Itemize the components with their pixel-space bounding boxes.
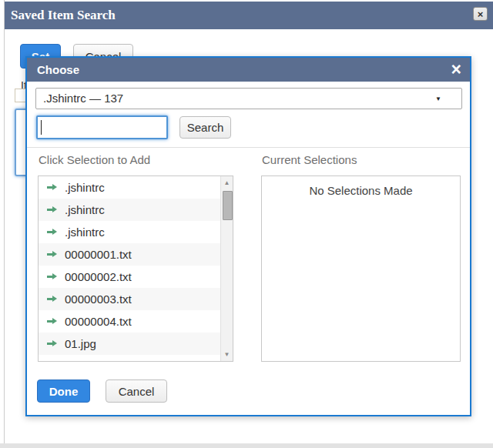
add-arrow-icon [47,296,57,303]
saved-item-search-titlebar: Saved Item Search × [5,2,493,29]
screen: Saved Item Search × Set Cancel Item Choo… [0,0,493,448]
add-arrow-icon [47,273,57,280]
text-cursor [41,120,42,135]
list-item-label: .jshintrc [65,181,105,194]
selection-list: .jshintrc .jshintrc .jshintrc 00000001.t… [38,176,233,362]
list-item[interactable]: 00000001.txt [39,243,220,266]
chevron-down-icon: ▼ [435,95,441,102]
scrollbar-thumb[interactable] [223,191,233,220]
empty-selections-message: No Selections Made [262,184,460,197]
modal-cancel-button[interactable]: Cancel [106,379,167,403]
scroll-up-icon[interactable]: ▲ [221,179,233,186]
list-item-label: .jshintrc [65,203,105,216]
list-item[interactable]: 00000004.txt [39,310,220,333]
list-item-label: 00000004.txt [65,315,132,328]
add-arrow-icon [47,184,57,191]
search-button[interactable]: Search [179,116,231,139]
selection-list-rows: .jshintrc .jshintrc .jshintrc 00000001.t… [39,176,220,361]
add-arrow-icon [47,229,57,236]
choose-dialog-header: Choose × [27,58,470,82]
list-item[interactable]: 01.jpg [39,333,220,355]
choose-dialog-title: Choose [37,58,79,82]
add-arrow-icon [47,251,57,258]
search-input[interactable] [36,115,168,139]
selection-list-heading: Click Selection to Add [39,153,150,166]
list-scrollbar[interactable]: ▲ ▼ [220,176,233,361]
list-item[interactable]: 00000003.txt [39,288,220,310]
add-arrow-icon [47,318,57,325]
divider [27,147,470,148]
current-selections-panel: No Selections Made [261,176,461,362]
file-dropdown[interactable]: .Jshintrc — 137 ▼ [35,88,462,109]
list-item[interactable]: 00000002.txt [39,266,220,288]
list-item[interactable]: .jshintrc [39,199,220,221]
page-left-border [4,0,5,443]
list-item-label: 01.jpg [65,337,96,350]
page-bottom-strip [0,443,493,448]
list-item[interactable]: .jshintrc [39,221,220,243]
file-dropdown-value: .Jshintrc — 137 [43,89,123,109]
current-selections-heading: Current Selections [262,153,357,166]
close-icon[interactable]: × [473,7,488,21]
done-button[interactable]: Done [37,379,90,403]
add-arrow-icon [47,340,57,347]
add-arrow-icon [47,206,57,213]
list-item-label: 00000001.txt [65,248,132,261]
list-item-label: 00000003.txt [65,293,132,306]
saved-item-search-title: Saved Item Search [11,2,116,29]
list-item-label: .jshintrc [65,226,105,239]
scroll-down-icon[interactable]: ▼ [221,351,233,358]
list-item[interactable]: .jshintrc [39,176,220,199]
close-icon[interactable]: × [451,59,461,81]
choose-dialog: Choose × .Jshintrc — 137 ▼ Search Click … [25,56,471,416]
list-item-label: 00000002.txt [65,270,132,283]
